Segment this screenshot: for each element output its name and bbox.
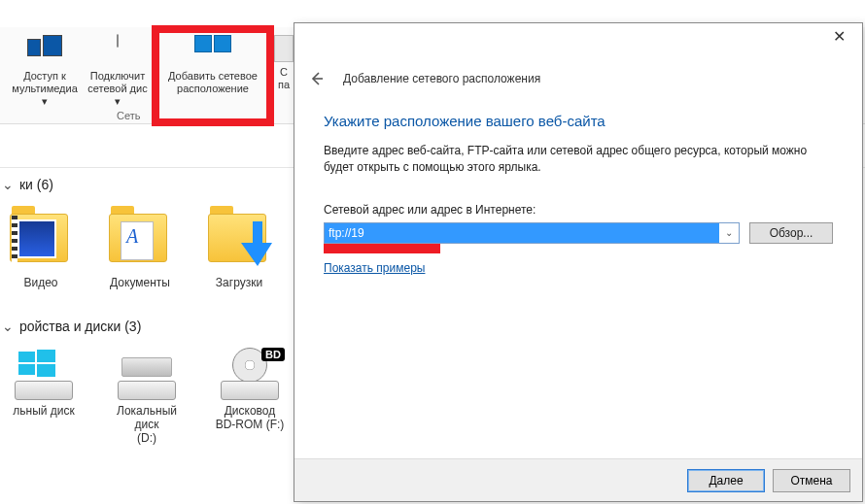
- ribbon-item-media-access[interactable]: Доступ к мультимедиа ▾: [10, 31, 80, 108]
- drive-icon: [9, 348, 79, 400]
- map-drive-icon: [98, 35, 137, 66]
- svg-rect-0: [18, 352, 35, 362]
- browse-button[interactable]: Обзор...: [749, 222, 833, 244]
- explorer-content: ⌄ ки (6) Видео A Документы: [0, 173, 292, 445]
- tile-label: льный диск: [2, 404, 86, 418]
- tile-label: Видео: [2, 276, 80, 289]
- tile-label: Локальный диск (D:): [105, 404, 189, 445]
- ribbon-item-properties[interactable]: С па: [274, 31, 294, 91]
- address-field-label: Сетевой адрес или адрес в Интернете:: [324, 203, 833, 222]
- group-header-drives[interactable]: ⌄ ройства и диски (3): [0, 315, 292, 344]
- bd-badge: BD: [261, 348, 285, 361]
- ribbon-label: Подключит сетевой дис ▾: [84, 70, 152, 108]
- folder-icon: A: [105, 202, 175, 272]
- properties-icon: [274, 35, 294, 62]
- tile-label: Документы: [101, 276, 179, 289]
- wizard-body: Укажите расположение вашего веб-сайта Вв…: [294, 105, 862, 275]
- arrow-left-icon: [307, 69, 327, 88]
- bdrom-icon: BD: [215, 348, 285, 400]
- folder-icon: [6, 202, 76, 272]
- drive-tile-local-c[interactable]: льный диск: [2, 348, 86, 445]
- close-button[interactable]: ✕: [819, 25, 858, 49]
- chevron-down-icon[interactable]: ⌄: [721, 225, 737, 241]
- media-access-icon: [25, 35, 64, 66]
- ribbon-label: С па: [274, 66, 294, 91]
- folder-tiles: Видео A Документы Загрузки: [0, 202, 292, 289]
- drive-icon: [112, 348, 182, 400]
- next-button[interactable]: Далее: [687, 469, 765, 492]
- add-network-location-wizard: ✕ Добавление сетевого расположения Укажи…: [294, 22, 863, 502]
- drive-tile-bdrom[interactable]: BD Дисковод BD-ROM (F:): [208, 348, 292, 445]
- show-examples-link[interactable]: Показать примеры: [324, 261, 425, 275]
- tile-label: Дисковод BD-ROM (F:): [208, 404, 292, 431]
- wizard-title: Добавление сетевого расположения: [343, 72, 540, 85]
- ribbon-item-map-drive[interactable]: Подключит сетевой дис ▾: [84, 31, 152, 108]
- svg-rect-3: [37, 364, 55, 377]
- drive-tile-local-d[interactable]: Локальный диск (D:): [105, 348, 189, 445]
- back-button[interactable]: [304, 66, 329, 91]
- folder-tile-video[interactable]: Видео: [2, 202, 80, 289]
- address-combobox[interactable]: ⌄: [324, 222, 740, 244]
- add-network-location-icon: [193, 35, 232, 66]
- wizard-footer: Далее Отмена: [294, 458, 862, 501]
- folder-icon: [204, 202, 274, 272]
- ribbon-group-name: Сеть: [117, 110, 140, 121]
- svg-rect-1: [37, 350, 55, 362]
- ribbon-label: Добавить сетевое расположение: [156, 70, 270, 95]
- wizard-header: Добавление сетевого расположения: [294, 52, 862, 105]
- ribbon-item-add-network-location[interactable]: Добавить сетевое расположение: [156, 31, 270, 95]
- drive-tiles: льный диск Локальный диск (D:) BD Дисков…: [0, 348, 292, 445]
- group-header-folders[interactable]: ⌄ ки (6): [0, 173, 292, 202]
- wizard-heading: Укажите расположение вашего веб-сайта: [324, 105, 833, 143]
- svg-rect-2: [18, 364, 35, 375]
- wizard-paragraph: Введите адрес веб-сайта, FTP-сайта или с…: [324, 143, 833, 203]
- folder-tile-documents[interactable]: A Документы: [101, 202, 179, 289]
- ribbon-label: Доступ к мультимедиа ▾: [10, 70, 80, 108]
- chevron-down-icon: ⌄: [2, 177, 14, 192]
- tile-label: Загрузки: [200, 276, 278, 289]
- redaction-bar: [324, 244, 440, 253]
- wizard-titlebar[interactable]: ✕: [294, 23, 862, 52]
- chevron-down-icon: ⌄: [2, 319, 14, 334]
- address-input[interactable]: [325, 223, 719, 243]
- cancel-button[interactable]: Отмена: [773, 469, 850, 492]
- folder-tile-downloads[interactable]: Загрузки: [200, 202, 278, 289]
